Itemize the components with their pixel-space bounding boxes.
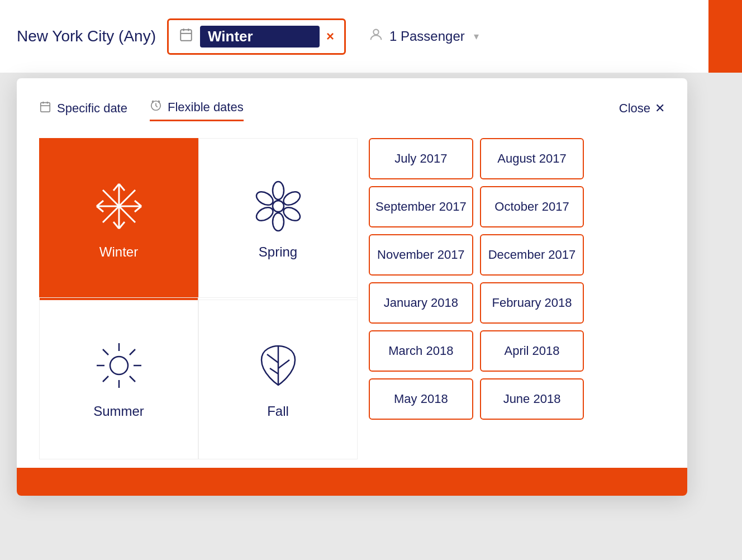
flexible-tab-icon (150, 99, 162, 115)
svg-rect-5 (41, 102, 50, 112)
passenger-selector[interactable]: 1 Passenger ▾ (368, 27, 479, 46)
svg-line-34 (103, 349, 108, 355)
header-orange-accent (708, 0, 742, 73)
clear-date-button[interactable]: × (326, 30, 334, 43)
season-winter[interactable]: Winter (39, 138, 198, 300)
month-btn-october-2017[interactable]: October 2017 (480, 186, 584, 227)
season-summer[interactable]: Summer (39, 297, 198, 459)
fall-label: Fall (267, 404, 289, 419)
svg-rect-0 (180, 30, 192, 41)
month-btn-january-2018[interactable]: January 2018 (369, 282, 473, 324)
svg-line-36 (130, 349, 135, 355)
svg-point-26 (273, 213, 284, 231)
svg-point-29 (110, 357, 128, 374)
calendar-tab-icon (39, 101, 51, 116)
city-label: New York City (Any) (17, 27, 156, 45)
summer-label: Summer (93, 404, 144, 419)
tab-row: Specific date Flexible dates Close ✕ (39, 95, 665, 121)
svg-line-35 (130, 376, 135, 382)
date-value: Winter (200, 26, 320, 48)
date-input-box[interactable]: Winter × (167, 18, 346, 55)
tab-specific-date[interactable]: Specific date (39, 96, 127, 121)
svg-line-37 (103, 376, 108, 382)
month-btn-may-2018[interactable]: May 2018 (369, 378, 473, 420)
tab-flexible-dates[interactable]: Flexible dates (150, 95, 244, 121)
winter-label: Winter (99, 244, 138, 260)
season-fall[interactable]: Fall (198, 297, 358, 459)
month-btn-june-2018[interactable]: June 2018 (480, 378, 584, 420)
svg-line-41 (270, 368, 278, 374)
month-btn-march-2018[interactable]: March 2018 (369, 330, 473, 372)
svg-point-22 (273, 201, 284, 212)
svg-line-39 (267, 354, 278, 363)
month-btn-july-2017[interactable]: July 2017 (369, 138, 473, 179)
svg-line-40 (278, 360, 289, 368)
date-picker-panel: Specific date Flexible dates Close ✕ (17, 78, 687, 496)
calendar-icon (179, 27, 193, 45)
month-btn-february-2018[interactable]: February 2018 (480, 282, 584, 324)
month-btn-november-2017[interactable]: November 2017 (369, 234, 473, 276)
close-icon: ✕ (655, 101, 665, 116)
passenger-label: 1 Passenger (389, 29, 465, 44)
svg-point-23 (273, 182, 284, 200)
season-grid: Winter Spring (39, 138, 358, 457)
passenger-icon (368, 27, 384, 46)
close-label: Close (619, 101, 650, 116)
tab-flexible-label: Flexible dates (168, 100, 244, 115)
chevron-down-icon: ▾ (474, 30, 479, 42)
month-btn-september-2017[interactable]: September 2017 (369, 186, 473, 227)
month-btn-december-2017[interactable]: December 2017 (480, 234, 584, 276)
month-grid: July 2017 August 2017 September 2017 Oct… (358, 138, 584, 457)
season-spring[interactable]: Spring (198, 138, 358, 300)
month-btn-april-2018[interactable]: April 2018 (480, 330, 584, 372)
tab-specific-label: Specific date (57, 101, 127, 116)
close-button[interactable]: Close ✕ (619, 101, 665, 116)
spring-label: Spring (259, 244, 297, 260)
svg-point-4 (373, 29, 378, 34)
header: New York City (Any) Winter × 1 Passenger… (0, 0, 742, 73)
panel-bottom-bar (17, 468, 687, 496)
month-btn-august-2017[interactable]: August 2017 (480, 138, 584, 179)
panel-content: Winter Spring (39, 138, 665, 457)
